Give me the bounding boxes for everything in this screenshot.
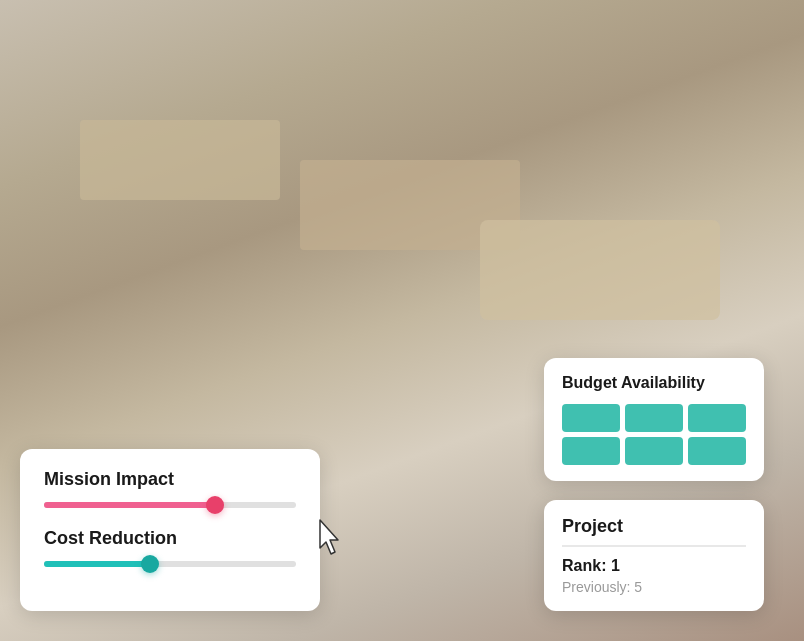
budget-cell-6 [688, 437, 746, 465]
mission-impact-card: Mission Impact Cost Reduction [20, 449, 320, 611]
budget-title: Budget Availability [562, 374, 746, 392]
mission-impact-slider[interactable] [44, 502, 296, 508]
mission-slider-thumb[interactable] [206, 496, 224, 514]
budget-cell-2 [625, 404, 683, 432]
budget-availability-card: Budget Availability [544, 358, 764, 481]
project-previous: Previously: 5 [562, 579, 746, 595]
budget-cell-4 [562, 437, 620, 465]
project-rank: Rank: 1 [562, 557, 746, 575]
project-card: Project Rank: 1 Previously: 5 [544, 500, 764, 611]
budget-cell-1 [562, 404, 620, 432]
cost-reduction-label: Cost Reduction [44, 528, 296, 549]
cost-reduction-slider[interactable] [44, 561, 296, 567]
project-title: Project [562, 516, 746, 547]
mission-slider-fill [44, 502, 215, 508]
mission-impact-label: Mission Impact [44, 469, 296, 490]
cost-slider-fill [44, 561, 150, 567]
cost-slider-thumb[interactable] [141, 555, 159, 573]
budget-grid [562, 404, 746, 465]
budget-cell-5 [625, 437, 683, 465]
budget-cell-3 [688, 404, 746, 432]
